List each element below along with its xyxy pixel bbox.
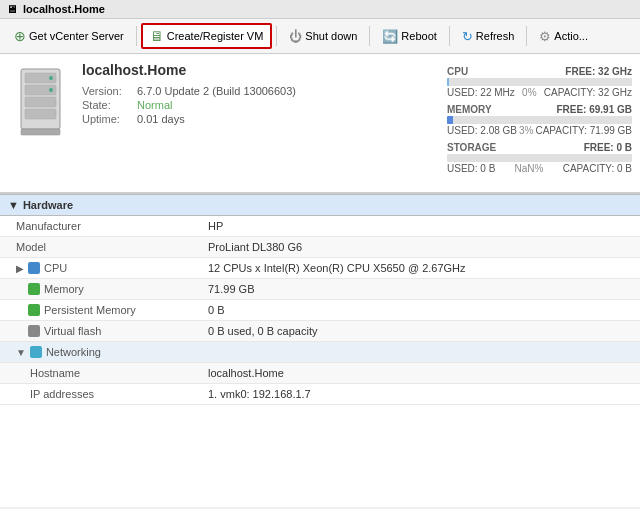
storage-progress-bg (447, 154, 632, 162)
cpu-label: CPU (447, 66, 468, 77)
table-row: Persistent Memory 0 B (0, 300, 640, 321)
persistent-memory-icon (28, 304, 40, 316)
vm-icon: 🖥 (150, 28, 164, 44)
resource-panel: CPU FREE: 32 GHz USED: 22 MHz 0% CAPACIT… (447, 62, 632, 184)
cpu-progress-bg (447, 78, 632, 86)
cpu-expand-arrow[interactable]: ▶ (16, 263, 24, 274)
hostname-row-value: localhost.Home (200, 363, 640, 384)
refresh-icon: ↻ (462, 29, 473, 44)
refresh-button[interactable]: ↻ Refresh (454, 25, 523, 48)
memory-label: MEMORY (447, 104, 492, 115)
persistent-memory-row-label: Persistent Memory (0, 300, 200, 321)
memory-row-label: Memory (0, 279, 200, 300)
manufacturer-label: Manufacturer (0, 216, 200, 237)
toolbar-sep-2 (276, 26, 277, 46)
get-vcenter-button[interactable]: ⊕ Get vCenter Server (6, 24, 132, 48)
state-label: State: (82, 98, 137, 112)
table-row: ▶ CPU 12 CPUs x Intel(R) Xeon(R) CPU X56… (0, 258, 640, 279)
cpu-footer: USED: 22 MHz 0% CAPACITY: 32 GHz (447, 87, 632, 98)
actions-label: Actio... (554, 30, 588, 42)
memory-resource: MEMORY FREE: 69.91 GB USED: 2.08 GB 3% C… (447, 104, 632, 136)
cpu-row-value: 12 CPUs x Intel(R) Xeon(R) CPU X5650 @ 2… (200, 258, 640, 279)
cpu-progress-fill (447, 78, 449, 86)
storage-resource: STORAGE FREE: 0 B USED: 0 B NaN% CAPACIT… (447, 142, 632, 174)
host-name: localhost.Home (82, 62, 437, 78)
model-label: Model (0, 237, 200, 258)
create-register-vm-label: Create/Register VM (167, 30, 264, 42)
storage-footer: USED: 0 B NaN% CAPACITY: 0 B (447, 163, 632, 174)
svg-rect-4 (25, 109, 56, 119)
hardware-section-header: ▼ Hardware (0, 194, 640, 216)
reboot-label: Reboot (401, 30, 436, 42)
table-row: Model ProLiant DL380 G6 (0, 237, 640, 258)
manufacturer-value: HP (200, 216, 640, 237)
hardware-section: ▼ Hardware Manufacturer HP Model ProLian… (0, 194, 640, 507)
state-row: State: Normal (82, 98, 304, 112)
memory-capacity: CAPACITY: 71.99 GB (535, 125, 632, 136)
storage-label: STORAGE (447, 142, 496, 153)
uptime-row: Uptime: 0.01 days (82, 112, 304, 126)
host-info: localhost.Home Version: 6.7.0 Update 2 (… (82, 62, 437, 184)
title-bar-title: localhost.Home (23, 3, 105, 15)
power-icon: ⏻ (289, 29, 302, 44)
virtual-flash-icon (28, 325, 40, 337)
memory-free: FREE: 69.91 GB (556, 104, 632, 115)
table-row: Memory 71.99 GB (0, 279, 640, 300)
version-row: Version: 6.7.0 Update 2 (Build 13006603) (82, 84, 304, 98)
state-value: Normal (137, 98, 304, 112)
persistent-memory-row-value: 0 B (200, 300, 640, 321)
svg-point-6 (49, 88, 53, 92)
host-details-table: Version: 6.7.0 Update 2 (Build 13006603)… (82, 84, 304, 126)
networking-row-label: ▼ Networking (0, 342, 200, 363)
shut-down-button[interactable]: ⏻ Shut down (281, 25, 365, 48)
title-bar-icon: 🖥 (6, 3, 17, 15)
memory-footer: USED: 2.08 GB 3% CAPACITY: 71.99 GB (447, 125, 632, 136)
cpu-used: USED: 22 MHz (447, 87, 515, 98)
refresh-label: Refresh (476, 30, 515, 42)
cpu-capacity: CAPACITY: 32 GHz (544, 87, 632, 98)
cpu-row-label: ▶ CPU (0, 258, 200, 279)
hardware-collapse-arrow[interactable]: ▼ (8, 199, 19, 211)
version-value: 6.7.0 Update 2 (Build 13006603) (137, 84, 304, 98)
title-bar: 🖥 localhost.Home (0, 0, 640, 19)
server-icon-container (8, 62, 72, 142)
storage-capacity: CAPACITY: 0 B (563, 163, 632, 174)
networking-row-value (200, 342, 640, 363)
reboot-icon: 🔄 (382, 29, 398, 44)
hardware-label: Hardware (23, 199, 73, 211)
memory-pct: 3% (519, 125, 533, 136)
memory-icon (28, 283, 40, 295)
table-row: IP addresses 1. vmk0: 192.168.1.7 (0, 384, 640, 405)
get-vcenter-label: Get vCenter Server (29, 30, 124, 42)
networking-expand-arrow[interactable]: ▼ (16, 347, 26, 358)
actions-button[interactable]: ⚙ Actio... (531, 25, 596, 48)
memory-progress-bg (447, 116, 632, 124)
table-row: Hostname localhost.Home (0, 363, 640, 384)
hostname-row-label: Hostname (0, 363, 200, 384)
memory-progress-fill (447, 116, 453, 124)
version-label: Version: (82, 84, 137, 98)
cpu-resource: CPU FREE: 32 GHz USED: 22 MHz 0% CAPACIT… (447, 66, 632, 98)
host-panel: localhost.Home Version: 6.7.0 Update 2 (… (0, 54, 640, 194)
svg-rect-7 (21, 129, 60, 135)
table-row: Virtual flash 0 B used, 0 B capacity (0, 321, 640, 342)
create-register-vm-button[interactable]: 🖥 Create/Register VM (141, 23, 273, 49)
virtual-flash-row-label: Virtual flash (0, 321, 200, 342)
cpu-icon (28, 262, 40, 274)
cpu-pct: 0% (522, 87, 536, 98)
model-value: ProLiant DL380 G6 (200, 237, 640, 258)
svg-rect-3 (25, 97, 56, 107)
shut-down-label: Shut down (305, 30, 357, 42)
reboot-button[interactable]: 🔄 Reboot (374, 25, 444, 48)
main-content: localhost.Home Version: 6.7.0 Update 2 (… (0, 54, 640, 507)
storage-header: STORAGE FREE: 0 B (447, 142, 632, 153)
storage-pct: NaN% (515, 163, 544, 174)
cpu-free: FREE: 32 GHz (565, 66, 632, 77)
ip-addresses-row-value: 1. vmk0: 192.168.1.7 (200, 384, 640, 405)
network-icon (30, 346, 42, 358)
table-row: ▼ Networking (0, 342, 640, 363)
uptime-label: Uptime: (82, 112, 137, 126)
table-row: Manufacturer HP (0, 216, 640, 237)
uptime-value: 0.01 days (137, 112, 304, 126)
toolbar-sep-1 (136, 26, 137, 46)
